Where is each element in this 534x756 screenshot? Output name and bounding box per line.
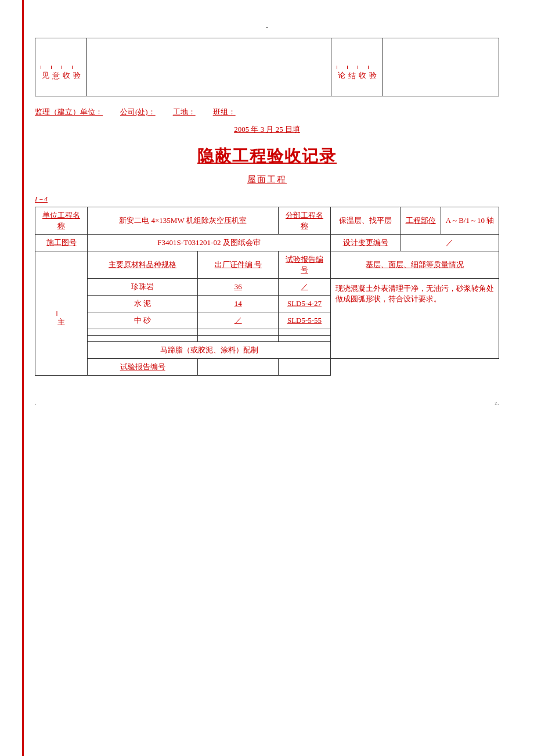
sub-project-value: 保温层、找平层 [331, 207, 400, 235]
material-4-cert [198, 329, 279, 336]
acceptance-conclusion-label: 验收结论 [331, 38, 383, 96]
acceptance-opinion-label: 验收意见 [35, 38, 87, 96]
footer: . z. [35, 399, 499, 406]
material-3-test: SLD5-5-55 [279, 312, 331, 329]
unit-project-value: 新安二电 4×135MW 机组除灰空压机室 [88, 207, 279, 235]
acceptance-opinion-content [87, 38, 331, 96]
main-table: 单位工程名称 新安二电 4×135MW 机组除灰空压机室 分部工程名称 保温层、… [35, 207, 499, 376]
material-4-name [88, 329, 198, 336]
material-2-name: 水 泥 [88, 296, 198, 312]
test-report-value [198, 359, 279, 376]
material-2-test: SLD5-4-27 [279, 296, 331, 312]
project-part-label: 工程部位 [400, 207, 441, 235]
material-5-test [279, 336, 331, 342]
sub-project-label: 分部工程名称 [279, 207, 331, 235]
page: - 验收意见 验收结论 监理（建立）单位： 公司(处)： 工地： 班组： 200… [0, 0, 534, 756]
material-5-name [88, 336, 198, 342]
sub-title: 屋面工程 [35, 174, 499, 185]
team-label: 班组： [213, 107, 236, 117]
material-1-name: 珍珠岩 [88, 279, 198, 296]
drawing-value: F3401S-T031201-02 及图纸会审 [88, 235, 331, 251]
top-dash: - [35, 23, 499, 32]
drawing-label: 施工图号 [35, 235, 88, 251]
material-2-cert: 14 [198, 296, 279, 312]
col-material-header: 主要原材料品种规格 [88, 251, 198, 279]
material-3-name: 中 砂 [88, 312, 198, 329]
supervisor-label: 监理（建立）单位： [35, 107, 103, 117]
change-value: ／ [400, 235, 499, 251]
compound-label: 马蹄脂（或胶泥、涂料）配制 [88, 342, 331, 359]
material-5-cert [198, 336, 279, 342]
supervisor-line: 监理（建立）单位： 公司(处)： 工地： 班组： [35, 107, 499, 117]
change-label: 设计变更编号 [331, 235, 400, 251]
site-label: 工地： [173, 107, 196, 117]
material-1-cert: 36 [198, 279, 279, 296]
material-3-cert: ／ [198, 312, 279, 329]
acceptance-table: 验收意见 验收结论 [35, 38, 499, 96]
col-certificate-header: 出厂证件编 号 [198, 251, 279, 279]
section-id: I－4 [35, 195, 499, 204]
unit-project-label: 单位工程名称 [35, 207, 88, 235]
test-report-extra [279, 359, 331, 376]
acceptance-conclusion-content [383, 38, 499, 96]
main-title: 隐蔽工程验收记录 [35, 145, 499, 167]
project-part-value: A～B/1～10 轴 [441, 207, 499, 235]
col-quality-header: 基层、面层、细部等质量情况 [331, 251, 499, 279]
quality-content: 现浇混凝土外表清理干净，无油污，砂浆转角处做成圆弧形状，符合设计要求。 [331, 279, 499, 359]
date-line: 2005 年 3 月 25 日填 [35, 124, 499, 135]
main-label: 主 [35, 251, 88, 376]
company-label: 公司(处)： [120, 107, 156, 117]
footer-left: . [35, 399, 37, 406]
material-4-test [279, 329, 331, 336]
col-test-header: 试验报告编 号 [279, 251, 331, 279]
material-1-test: ／ [279, 279, 331, 296]
footer-right: z. [495, 399, 499, 406]
test-report-label: 试验报告编号 [88, 359, 198, 376]
